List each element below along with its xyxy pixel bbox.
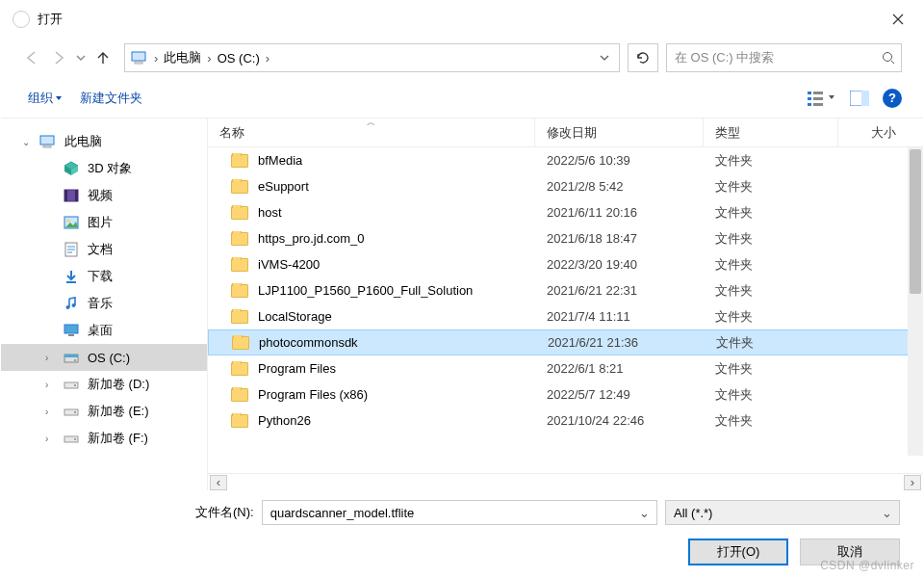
- folder-icon: [231, 388, 248, 402]
- up-button[interactable]: [90, 44, 116, 71]
- svg-rect-1: [135, 62, 142, 64]
- download-icon: [63, 268, 80, 285]
- open-file-dialog: 打开 › 此电脑 ›: [0, 0, 924, 578]
- forward-button[interactable]: [45, 44, 72, 71]
- search-icon: [882, 51, 895, 65]
- column-header-size[interactable]: 大小: [838, 118, 908, 146]
- file-type: 文件夹: [704, 386, 838, 404]
- tree-item-label: 新加卷 (F:): [88, 430, 148, 447]
- file-date: 2022/5/6 10:39: [535, 153, 704, 168]
- chevron-down-icon[interactable]: ⌄: [633, 506, 654, 520]
- table-row[interactable]: eSupport2021/2/8 5:42文件夹: [208, 173, 923, 199]
- bottom-panel: 文件名(N): quardscanner_model.tflite ⌄ All …: [1, 490, 923, 577]
- file-type: 文件夹: [704, 178, 838, 196]
- tree-item[interactable]: ›新加卷 (F:): [1, 425, 207, 452]
- new-folder-button[interactable]: 新建文件夹: [74, 86, 148, 111]
- table-row[interactable]: https_pro.jd.com_02021/6/18 18:47文件夹: [208, 225, 923, 251]
- breadcrumb-item[interactable]: 此电脑: [164, 49, 201, 66]
- tree-item-label: 新加卷 (E:): [88, 403, 149, 420]
- expand-icon[interactable]: ›: [45, 407, 48, 417]
- back-button[interactable]: [18, 44, 45, 71]
- expand-icon[interactable]: ›: [45, 380, 48, 390]
- column-header-date[interactable]: 修改日期: [535, 118, 704, 146]
- tree-item[interactable]: ›新加卷 (D:): [1, 371, 207, 398]
- svg-point-23: [66, 305, 70, 309]
- expand-icon[interactable]: ›: [45, 353, 48, 363]
- filename-combobox[interactable]: quardscanner_model.tflite ⌄: [262, 500, 657, 525]
- table-row[interactable]: iVMS-42002022/3/20 19:40文件夹: [208, 251, 923, 277]
- vertical-scrollbar[interactable]: [908, 147, 923, 456]
- scroll-right-button[interactable]: ›: [904, 475, 921, 490]
- tree-item[interactable]: ›新加卷 (E:): [1, 398, 207, 425]
- filename-input[interactable]: quardscanner_model.tflite: [270, 506, 633, 520]
- svg-rect-5: [808, 97, 811, 100]
- view-options-button[interactable]: [808, 90, 836, 107]
- file-date: 2021/6/21 22:31: [535, 283, 704, 298]
- tree-item[interactable]: 下载: [1, 263, 207, 290]
- tree-item[interactable]: 音乐: [1, 290, 207, 317]
- preview-pane-button[interactable]: [850, 91, 869, 106]
- address-history-dropdown[interactable]: [592, 53, 617, 63]
- organize-menu[interactable]: 组织: [22, 86, 68, 111]
- svg-rect-14: [64, 190, 67, 201]
- table-row[interactable]: bfMedia2022/5/6 10:39文件夹: [208, 147, 923, 173]
- search-box[interactable]: 在 OS (C:) 中搜索: [666, 43, 902, 72]
- navigation-tree[interactable]: ⌄ 此电脑 3D 对象视频图片文档下载音乐桌面›OS (C:)›新加卷 (D:)…: [1, 118, 208, 490]
- svg-rect-11: [40, 136, 54, 144]
- address-bar[interactable]: › 此电脑 › OS (C:) ›: [124, 43, 620, 72]
- horizontal-scrollbar[interactable]: ‹ ›: [208, 473, 923, 490]
- folder-icon: [231, 310, 248, 324]
- recent-dropdown[interactable]: [72, 44, 90, 71]
- folder-icon: [231, 232, 248, 246]
- file-name: LJP1100_P1560_P1600_Full_Solution: [258, 283, 473, 298]
- table-row[interactable]: LJP1100_P1560_P1600_Full_Solution2021/6/…: [208, 277, 923, 303]
- tree-item[interactable]: ›OS (C:): [1, 344, 207, 371]
- tree-item-label: 3D 对象: [88, 160, 132, 177]
- tree-item[interactable]: 桌面: [1, 317, 207, 344]
- tree-item[interactable]: 视频: [1, 182, 207, 209]
- svg-point-29: [74, 359, 76, 361]
- file-date: 2021/6/18 18:47: [535, 231, 704, 246]
- cube-icon: [63, 160, 80, 177]
- table-row[interactable]: Program Files2022/6/1 8:21文件夹: [208, 355, 923, 381]
- scroll-left-button[interactable]: ‹: [210, 475, 227, 490]
- tree-item[interactable]: 文档: [1, 236, 207, 263]
- expand-icon[interactable]: ›: [45, 434, 48, 444]
- tree-item-label: 音乐: [88, 295, 113, 312]
- svg-rect-10: [861, 91, 869, 106]
- file-date: 2021/7/4 11:11: [535, 309, 704, 324]
- collapse-icon[interactable]: ⌄: [22, 137, 30, 147]
- new-folder-label: 新建文件夹: [80, 90, 142, 107]
- filename-row: 文件名(N): quardscanner_model.tflite ⌄ All …: [24, 500, 900, 525]
- file-type: 文件夹: [704, 282, 838, 300]
- file-type: 文件夹: [704, 204, 838, 222]
- tree-item-this-pc[interactable]: ⌄ 此电脑: [1, 128, 207, 155]
- table-row[interactable]: LocalStorage2021/7/4 11:11文件夹: [208, 303, 923, 329]
- chevron-down-icon[interactable]: ⌄: [876, 506, 897, 520]
- close-button[interactable]: [877, 2, 919, 37]
- table-row[interactable]: Program Files (x86)2022/5/7 12:49文件夹: [208, 381, 923, 407]
- column-header-type[interactable]: 类型: [704, 118, 838, 146]
- tree-item[interactable]: 3D 对象: [1, 155, 207, 182]
- scrollbar-track[interactable]: [227, 475, 904, 490]
- file-name: bfMedia: [258, 153, 302, 168]
- scrollbar-thumb[interactable]: [910, 149, 921, 294]
- app-icon: [13, 11, 30, 28]
- svg-point-31: [74, 384, 76, 386]
- folder-icon: [231, 180, 248, 194]
- column-header-name[interactable]: ︿ 名称: [208, 118, 535, 146]
- open-button[interactable]: 打开(O): [688, 539, 788, 565]
- tree-item-label: 桌面: [88, 322, 113, 339]
- table-row[interactable]: Python262021/10/24 22:46文件夹: [208, 407, 923, 434]
- breadcrumb-item[interactable]: OS (C:): [218, 51, 260, 66]
- folder-icon: [231, 154, 248, 168]
- file-type-filter[interactable]: All (*.*) ⌄: [665, 500, 900, 525]
- refresh-button[interactable]: [628, 43, 658, 72]
- music-icon: [63, 295, 80, 312]
- file-list[interactable]: bfMedia2022/5/6 10:39文件夹eSupport2021/2/8…: [208, 147, 923, 473]
- help-button[interactable]: ?: [883, 89, 902, 108]
- table-row[interactable]: photocommonsdk2021/6/21 21:36文件夹: [208, 329, 923, 355]
- table-row[interactable]: host2021/6/11 20:16文件夹: [208, 199, 923, 225]
- tree-item[interactable]: 图片: [1, 209, 207, 236]
- picture-icon: [63, 214, 80, 231]
